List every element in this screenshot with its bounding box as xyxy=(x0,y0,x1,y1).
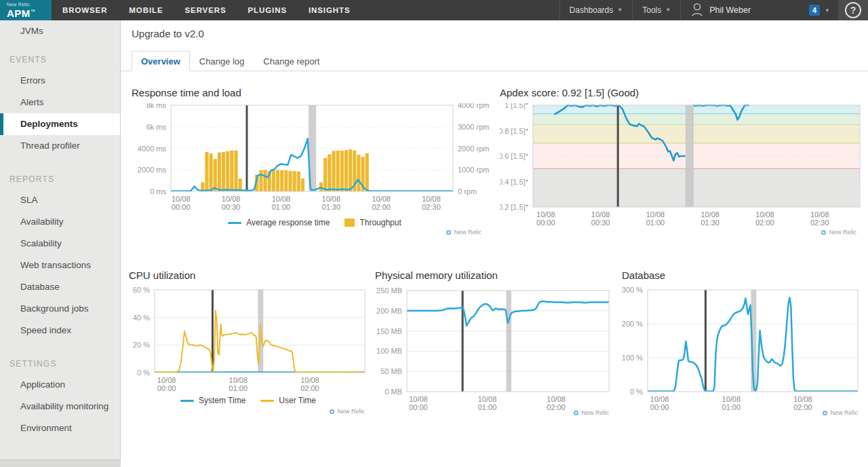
chart-plot-memory[interactable]: 0 MB50 MB100 MB150 MB200 MB250 MB10/0800… xyxy=(375,286,614,412)
new-relic-logo-icon xyxy=(821,230,826,235)
sidebar-item-thread-profiler[interactable]: Thread profiler xyxy=(0,135,120,157)
svg-text:02:30: 02:30 xyxy=(422,203,441,211)
tab-overview[interactable]: Overview xyxy=(132,51,190,71)
new-relic-apm-logo[interactable]: New Relic. APM™ xyxy=(0,0,52,20)
svg-text:4000 ms: 4000 ms xyxy=(138,145,167,153)
svg-text:10/08: 10/08 xyxy=(646,210,665,219)
svg-text:300 %: 300 % xyxy=(622,286,643,294)
svg-text:10/08: 10/08 xyxy=(810,210,829,219)
user-name: Phil Weber xyxy=(709,5,751,15)
svg-text:10/08: 10/08 xyxy=(222,195,241,203)
svg-text:8k ms: 8k ms xyxy=(146,103,167,109)
x-axis: 10/0800:0010/0801:0010/0802:00 xyxy=(650,395,812,411)
svg-text:0.6 [1.5]*: 0.6 [1.5]* xyxy=(500,152,529,160)
main-content: Upgrade to v2.0 OverviewChange logChange… xyxy=(121,20,868,467)
chevron-down-icon: ▼ xyxy=(825,7,830,14)
chart-legend-response: Average response timeThroughput xyxy=(132,218,498,227)
sidebar-item-database[interactable]: Database xyxy=(0,276,120,298)
sidebar-section-reports: REPORTS xyxy=(0,168,120,189)
help-button[interactable]: ? xyxy=(838,0,868,20)
chart-plot-response[interactable]: 0 ms2000 ms4000 ms6k ms8k ms0 rpm1000 rp… xyxy=(132,103,498,214)
svg-text:01:00: 01:00 xyxy=(646,219,665,227)
svg-text:10/08: 10/08 xyxy=(157,376,176,384)
sidebar-item-sla[interactable]: SLA xyxy=(0,189,120,211)
legend-item-user-time[interactable]: User Time xyxy=(260,396,316,405)
svg-text:01:00: 01:00 xyxy=(272,203,291,211)
new-relic-watermark-label: New Relic xyxy=(581,409,609,416)
sidebar-item-application[interactable]: Application xyxy=(0,374,120,396)
svg-text:2000 ms: 2000 ms xyxy=(138,166,167,174)
sidebar-item-jvms[interactable]: JVMs xyxy=(0,20,120,42)
tab-change-log[interactable]: Change log xyxy=(190,51,254,71)
svg-text:1000 rpm: 1000 rpm xyxy=(458,166,489,174)
sidebar-item-background-jobs[interactable]: Background jobs xyxy=(0,298,120,320)
legend-swatch-line xyxy=(180,400,194,402)
legend-label: Throughput xyxy=(359,218,401,227)
sidebar-item-scalability[interactable]: Scalability xyxy=(0,233,120,255)
sidebar-item-errors[interactable]: Errors xyxy=(0,70,120,92)
tab-change-report[interactable]: Change report xyxy=(254,51,329,71)
svg-text:10/08: 10/08 xyxy=(536,210,555,219)
question-mark-icon: ? xyxy=(845,2,861,18)
notifications-dropdown[interactable]: 4 ▼ xyxy=(809,0,830,20)
chart-apdex: Apdex score: 0.92 [1.5] (Good)1 [1.5]*0.… xyxy=(500,87,868,247)
svg-text:100 MB: 100 MB xyxy=(376,347,402,355)
sidebar-item-environment[interactable]: Environment xyxy=(0,417,120,439)
sidebar: JVMsEVENTSErrorsAlertsDeploymentsThread … xyxy=(0,20,121,467)
chart-title-database: Database xyxy=(622,269,861,281)
svg-text:10/08: 10/08 xyxy=(478,395,497,403)
chart-title-memory: Physical memory utilization xyxy=(375,269,614,281)
nav-item-plugins[interactable]: PLUGINS xyxy=(237,0,298,20)
svg-text:10/08: 10/08 xyxy=(701,210,719,219)
sidebar-footer-strip xyxy=(0,460,121,467)
svg-text:10/08: 10/08 xyxy=(272,195,291,203)
logo-brand-text: New Relic. xyxy=(7,2,52,7)
svg-text:60 %: 60 % xyxy=(133,286,150,294)
svg-text:0.8 [1.5]*: 0.8 [1.5]* xyxy=(500,127,529,135)
svg-text:0 MB: 0 MB xyxy=(384,388,402,396)
new-relic-watermark: New Relic xyxy=(574,409,609,416)
svg-text:00:00: 00:00 xyxy=(172,203,191,211)
page-title: Upgrade to v2.0 xyxy=(132,28,204,39)
svg-text:01:00: 01:00 xyxy=(478,403,497,411)
tools-menu-label: Tools xyxy=(642,0,661,20)
new-relic-logo-icon xyxy=(823,411,827,415)
new-relic-watermark-label: New Relic xyxy=(829,229,856,236)
svg-text:02:00: 02:00 xyxy=(547,403,566,411)
nav-right-cluster: Dashboards ▼ Tools ▼ Phil Weber 4 ▼ ? xyxy=(559,0,868,20)
sidebar-item-deployments[interactable]: Deployments xyxy=(0,113,120,135)
nav-item-insights[interactable]: INSIGHTS xyxy=(298,0,361,20)
legend-item-system-time[interactable]: System Time xyxy=(180,396,245,405)
svg-text:3000 rpm: 3000 rpm xyxy=(458,123,489,131)
legend-item-throughput[interactable]: Throughput xyxy=(344,218,401,227)
chart-plot-apdex[interactable]: 1 [1.5]*0.8 [1.5]*0.6 [1.5]*0.4 [1.5]*0.… xyxy=(500,103,868,229)
sidebar-item-alerts[interactable]: Alerts xyxy=(0,92,120,113)
svg-text:0 rpm: 0 rpm xyxy=(458,187,477,195)
y-axis-left: 0 %100 %200 %300 % xyxy=(622,286,643,396)
sidebar-item-web-transactions[interactable]: Web transactions xyxy=(0,255,120,276)
dashboards-menu[interactable]: Dashboards ▼ xyxy=(559,0,633,20)
tools-menu[interactable]: Tools ▼ xyxy=(632,0,681,20)
new-relic-watermark: New Relic xyxy=(823,409,858,416)
nav-item-browser[interactable]: BROWSER xyxy=(52,0,118,20)
sidebar-item-speed-index[interactable]: Speed index xyxy=(0,320,120,341)
new-relic-watermark: New Relic xyxy=(821,229,856,236)
svg-text:02:00: 02:00 xyxy=(755,219,774,227)
sidebar-item-availability-monitoring[interactable]: Availability monitoring xyxy=(0,396,120,417)
svg-text:01:00: 01:00 xyxy=(229,384,248,392)
svg-text:150 MB: 150 MB xyxy=(376,327,402,335)
chart-plot-cpu[interactable]: 0 %20 %40 %60 %10/0800:0010/0801:0010/08… xyxy=(129,286,368,394)
sidebar-item-availability[interactable]: Availability xyxy=(0,211,120,233)
nav-item-mobile[interactable]: MOBILE xyxy=(118,0,174,20)
nav-item-servers[interactable]: SERVERS xyxy=(174,0,237,20)
svg-text:0 %: 0 % xyxy=(630,388,643,396)
new-relic-logo-icon xyxy=(446,230,451,235)
user-icon xyxy=(690,2,704,19)
svg-text:10/08: 10/08 xyxy=(229,376,248,384)
legend-item-average-response-time[interactable]: Average response time xyxy=(228,218,330,227)
svg-text:40 %: 40 % xyxy=(133,314,150,322)
user-menu[interactable]: Phil Weber xyxy=(681,0,760,20)
svg-text:6k ms: 6k ms xyxy=(146,123,167,131)
chart-response: Response time and load0 ms2000 ms4000 ms… xyxy=(132,87,498,247)
chart-plot-database[interactable]: 0 %100 %200 %300 %10/0800:0010/0801:0010… xyxy=(622,286,861,412)
